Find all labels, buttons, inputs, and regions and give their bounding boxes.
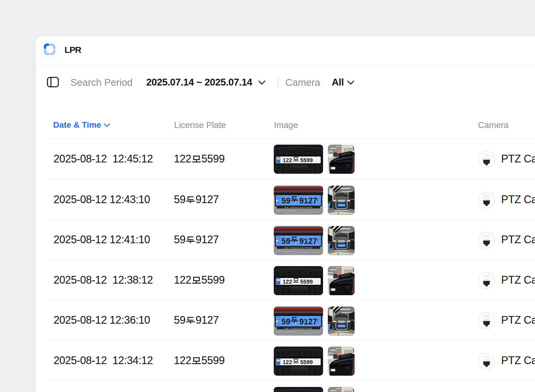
svg-text:122: 122	[283, 359, 292, 365]
svg-text:5599: 5599	[300, 157, 313, 163]
svg-text:122: 122	[283, 157, 292, 163]
svg-text:Audi Vorsprung durch Technik: Audi Vorsprung durch Technik	[284, 247, 313, 249]
svg-text:9127: 9127	[299, 237, 317, 246]
svg-text:122: 122	[283, 279, 292, 285]
svg-text:9127: 9127	[299, 196, 317, 205]
svg-text:5599: 5599	[300, 359, 313, 365]
svg-text:Audi Vorsprung durch Technik: Audi Vorsprung durch Technik	[284, 327, 313, 330]
svg-text:9127: 9127	[299, 317, 317, 326]
svg-text:5599: 5599	[300, 279, 313, 285]
svg-text:Audi Vorsprung durch Technik: Audi Vorsprung durch Technik	[284, 206, 313, 209]
